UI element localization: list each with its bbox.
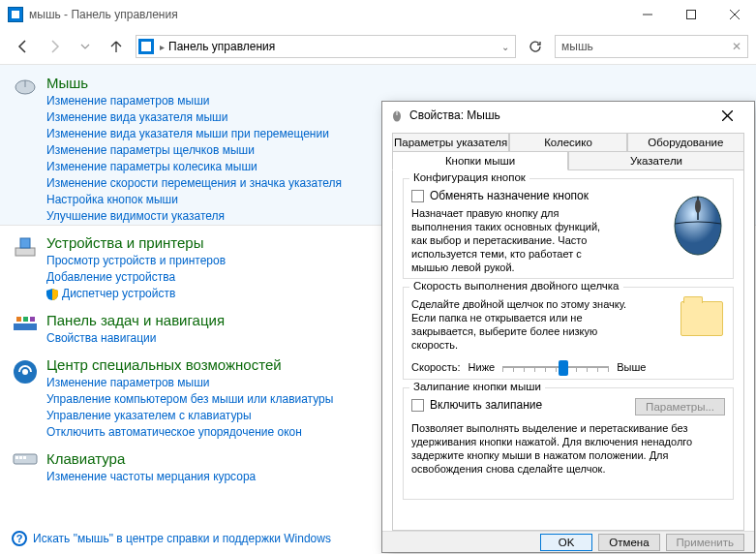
section-link[interactable]: Изменение вида указателя мыши (46, 109, 342, 126)
speed-low: Ниже (469, 361, 496, 373)
section-link[interactable]: Добавление устройства (46, 269, 226, 286)
mouse-illustration-icon (669, 187, 727, 257)
breadcrumb-text[interactable]: Панель управления (168, 40, 275, 53)
svg-rect-1 (686, 11, 695, 19)
tab-hardware[interactable]: Оборудование (627, 133, 744, 151)
checkbox-icon[interactable] (411, 190, 424, 202)
section-link[interactable]: Изменение параметров мыши (46, 93, 342, 109)
clicklock-checkbox-row[interactable]: Включить залипание (411, 398, 542, 412)
section-link[interactable]: Изменение параметры щелчков мыши (46, 142, 342, 159)
link-label: Отключить автоматическое упорядочение ок… (46, 424, 302, 441)
breadcrumb-cp-icon (138, 39, 154, 54)
breadcrumb-dropdown-icon[interactable]: ⌄ (496, 42, 515, 52)
swap-buttons-desc: Назначает правую кнопку для выполнения т… (411, 206, 605, 274)
dialog-close-button[interactable] (708, 102, 746, 129)
control-panel-icon (8, 7, 23, 22)
section-title[interactable]: Панель задач и навигация (46, 312, 225, 328)
section-link[interactable]: Улучшение видимости указателя (46, 208, 342, 225)
maximize-button[interactable] (669, 0, 712, 29)
link-label: Изменение вида указателя мыши при переме… (46, 126, 329, 142)
clicklock-desc: Позволяет выполнять выделение и перетаск… (411, 421, 725, 476)
up-button[interactable] (105, 35, 128, 58)
link-label: Изменение параметры колесика мыши (46, 159, 257, 175)
tab-panel-buttons: Конфигурация кнопок Обменять назначение … (392, 170, 744, 531)
group-doubleclick-speed: Скорость выполнения двойного щелчка Сдел… (403, 287, 734, 380)
svg-rect-17 (23, 456, 26, 459)
dialog-button-row: OK Отмена Применить (382, 531, 754, 552)
section-link[interactable]: Настройка кнопок мыши (46, 192, 342, 208)
search-value: мышь (561, 40, 593, 53)
svg-point-13 (22, 369, 28, 375)
section-link[interactable]: Изменение параметров мыши (46, 375, 333, 391)
link-label: Изменение параметры щелчков мыши (46, 142, 255, 159)
link-label: Улучшение видимости указателя (46, 208, 225, 225)
help-text: Искать "мышь" в центре справки и поддерж… (33, 532, 331, 545)
group-button-config: Конфигурация кнопок Обменять назначение … (403, 178, 734, 279)
section-link[interactable]: Просмотр устройств и принтеров (46, 253, 226, 269)
mouse-properties-dialog: Свойства: Мышь Параметры указателя Колес… (381, 101, 755, 553)
help-icon: ? (12, 531, 27, 546)
section-link[interactable]: Изменение скорости перемещения и значка … (46, 175, 342, 192)
navbar: ▸ Панель управления ⌄ мышь ✕ (0, 29, 756, 64)
link-label: Изменение параметров мыши (46, 93, 210, 109)
section-link[interactable]: Управление указателем с клавиатуры (46, 408, 333, 424)
section-link[interactable]: Диспетчер устройств (46, 286, 226, 302)
swap-buttons-label: Обменять назначение кнопок (430, 189, 589, 202)
group-clicklock: Залипание кнопки мыши Включить залипание… (403, 387, 734, 500)
link-label: Изменение частоты мерцания курсора (46, 469, 256, 485)
svg-rect-8 (14, 323, 37, 330)
forward-button[interactable] (43, 35, 66, 58)
link-label: Управление компьютером без мыши или клав… (46, 391, 333, 408)
section-title[interactable]: Мышь (46, 75, 342, 91)
section-icon (12, 75, 46, 225)
clicklock-params-button[interactable]: Параметры... (635, 398, 725, 416)
section-icon (12, 356, 46, 441)
section-link[interactable]: Изменение вида указателя мыши при переме… (46, 126, 342, 142)
mouse-icon (390, 108, 404, 122)
recent-dropdown[interactable] (74, 35, 97, 58)
svg-rect-7 (20, 238, 30, 248)
checkbox-icon[interactable] (411, 399, 424, 412)
section-link[interactable]: Отключить автоматическое упорядочение ок… (46, 424, 333, 441)
dialog-title: Свойства: Мышь (409, 108, 500, 122)
link-label: Настройка кнопок мыши (46, 192, 178, 208)
breadcrumb[interactable]: ▸ Панель управления ⌄ (136, 35, 516, 58)
folder-test-icon[interactable] (680, 301, 723, 336)
speed-desc: Сделайте двойной щелчок по этому значку.… (411, 297, 644, 352)
section-title[interactable]: Клавиатура (46, 450, 256, 467)
section-link[interactable]: Изменение частоты мерцания курсора (46, 469, 256, 485)
svg-rect-16 (19, 456, 22, 459)
close-button[interactable] (712, 0, 756, 29)
back-button[interactable] (12, 35, 35, 58)
section-link[interactable]: Управление компьютером без мыши или клав… (46, 391, 333, 408)
dialog-titlebar[interactable]: Свойства: Мышь (382, 102, 754, 129)
section-icon (12, 312, 46, 347)
section-link[interactable]: Свойства навигации (46, 330, 225, 347)
tab-pointers[interactable]: Указатели (568, 151, 744, 170)
section-title[interactable]: Устройства и принтеры (46, 234, 226, 251)
svg-rect-11 (30, 317, 35, 322)
section-link[interactable]: Изменение параметры колесика мыши (46, 159, 342, 175)
doubleclick-speed-slider[interactable] (502, 357, 609, 377)
tab-pointer-options[interactable]: Параметры указателя (392, 133, 509, 151)
tab-wheel[interactable]: Колесико (509, 133, 626, 151)
ok-button[interactable]: OK (540, 534, 593, 551)
window-titlebar: мышь - Панель управления (0, 0, 756, 29)
svg-rect-15 (15, 456, 18, 459)
section-icon (12, 234, 46, 302)
tab-buttons[interactable]: Кнопки мыши (392, 151, 568, 170)
link-label: Добавление устройства (46, 269, 175, 286)
link-label: Изменение скорости перемещения и значка … (46, 175, 342, 192)
slider-thumb-icon[interactable] (559, 360, 568, 376)
link-label: Диспетчер устройств (62, 286, 175, 302)
section-title[interactable]: Центр специальных возможностей (46, 356, 333, 373)
minimize-button[interactable] (625, 0, 669, 29)
refresh-button[interactable] (524, 35, 547, 58)
chevron-right-icon[interactable]: ▸ (156, 42, 168, 52)
cancel-button[interactable]: Отмена (598, 534, 659, 551)
link-label: Изменение параметров мыши (46, 375, 210, 391)
clear-search-icon[interactable]: ✕ (732, 40, 741, 53)
apply-button[interactable]: Применить (666, 534, 744, 551)
help-link[interactable]: ? Искать "мышь" в центре справки и подде… (12, 531, 331, 546)
search-input[interactable]: мышь ✕ (555, 35, 748, 58)
